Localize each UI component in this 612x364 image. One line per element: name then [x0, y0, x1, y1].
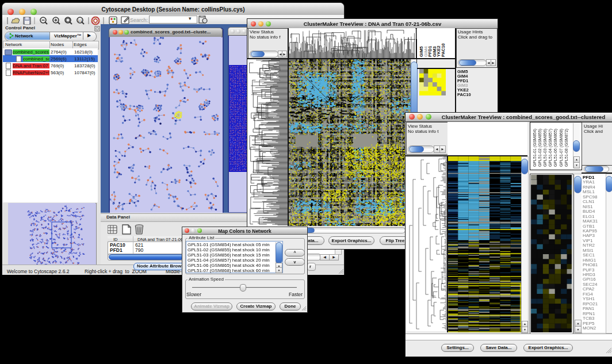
svg-text:1:1: 1:1 [78, 19, 82, 22]
